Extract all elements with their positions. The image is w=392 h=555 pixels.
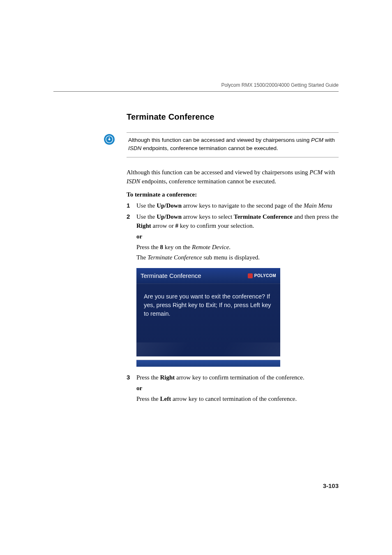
s2-di1: Terminate Conference bbox=[148, 254, 202, 261]
down-arrow-icon bbox=[106, 136, 113, 143]
screenshot-body-text: Are you sure you want to exit the confer… bbox=[144, 293, 271, 317]
screenshot-titlebar: Terminate Conference POLYCOM bbox=[136, 268, 280, 283]
s2-c2: key on the bbox=[163, 244, 192, 250]
intro-part-1: Although this function can be accessed a… bbox=[127, 169, 309, 176]
s2-t4: arrow or bbox=[151, 222, 175, 229]
step-body-2: Use the Up/Down arrow keys to select Ter… bbox=[136, 213, 339, 263]
s2-d2: sub menu is displayed. bbox=[202, 254, 260, 261]
note-icon bbox=[104, 134, 115, 145]
s2-b1: Up/Down bbox=[157, 213, 182, 220]
note-part-3: endpoints, conference termination cannot… bbox=[141, 145, 278, 151]
screenshot-title: Terminate Conference bbox=[141, 272, 201, 279]
s2-line3: The Terminate Conference sub menu is dis… bbox=[136, 253, 339, 262]
s2-d1: The bbox=[136, 254, 148, 261]
s3-t1: Press the bbox=[136, 374, 160, 381]
s1-i1: Main Menu bbox=[304, 202, 332, 209]
screenshot-body: Are you sure you want to exit the confer… bbox=[136, 283, 280, 356]
header-rule bbox=[53, 91, 339, 92]
screenshot-divider bbox=[136, 356, 280, 360]
step-body-1: Use the Up/Down arrow keys to navigate t… bbox=[136, 201, 332, 210]
s2-c1: Press the bbox=[136, 244, 160, 250]
procedure-title: To terminate a conference: bbox=[127, 191, 339, 198]
s3-c1: Press the bbox=[136, 395, 160, 402]
s2-line2: Press the 8 key on the Remote Device. bbox=[136, 243, 339, 252]
intro-em-pcm: PCM bbox=[309, 169, 323, 176]
content-column: Terminate Conference Although this funct… bbox=[127, 112, 339, 404]
s2-c3: . bbox=[229, 244, 231, 250]
step-body-3: Press the Right arrow key to confirm ter… bbox=[136, 373, 304, 404]
note-part-2: with bbox=[323, 137, 335, 143]
s3-c2: arrow key to cancel termination of the c… bbox=[171, 395, 297, 402]
s2-t1: Use the bbox=[136, 213, 157, 220]
document-page: Polycom RMX 1500/2000/4000 Getting Start… bbox=[0, 0, 392, 489]
note-em-pcm: PCM bbox=[311, 137, 323, 143]
s2-cb1: 8 bbox=[160, 244, 164, 250]
s2-ci1: Remote Device bbox=[192, 244, 229, 250]
section-title: Terminate Conference bbox=[127, 112, 339, 122]
s3-cb1: Left bbox=[160, 395, 171, 402]
polycom-logo-icon bbox=[248, 273, 253, 278]
intro-part-3: endpoints, conference termination cannot… bbox=[140, 178, 276, 185]
s1-t1: Use the bbox=[136, 202, 157, 209]
screenshot-brand: POLYCOM bbox=[248, 273, 276, 278]
submenu-screenshot: Terminate Conference POLYCOM Are you sur… bbox=[136, 268, 280, 367]
step-2: 2 Use the Up/Down arrow keys to select T… bbox=[127, 213, 339, 263]
s2-or: or bbox=[136, 232, 339, 241]
note-text: Although this function can be accessed a… bbox=[127, 132, 339, 157]
s3-line2: Press the Left arrow key to cancel termi… bbox=[136, 395, 304, 404]
page-number: 3-103 bbox=[53, 482, 339, 489]
screenshot-footer bbox=[136, 360, 280, 367]
step-number-3: 3 bbox=[127, 373, 136, 381]
note-part-1: Although this function can be accessed a… bbox=[128, 137, 311, 143]
s3-or: or bbox=[136, 384, 304, 393]
step-3: 3 Press the Right arrow key to confirm t… bbox=[127, 373, 339, 404]
s1-t2: arrow keys to navigate to the second pag… bbox=[182, 202, 304, 209]
intro-paragraph: Although this function can be accessed a… bbox=[127, 168, 339, 186]
note-block: Although this function can be accessed a… bbox=[104, 132, 339, 157]
screenshot-brand-text: POLYCOM bbox=[254, 273, 276, 278]
intro-part-2: with bbox=[323, 169, 335, 176]
s3-b1: Right bbox=[160, 374, 175, 381]
s2-t5: key to confirm your selection. bbox=[178, 222, 254, 229]
svg-rect-2 bbox=[109, 137, 110, 139]
s3-t2: arrow key to confirm termination of the … bbox=[175, 374, 304, 381]
page-header: Polycom RMX 1500/2000/4000 Getting Start… bbox=[53, 82, 339, 91]
step-number-1: 1 bbox=[127, 201, 136, 209]
s2-b4: # bbox=[175, 222, 179, 229]
s2-t3: and then press the bbox=[293, 213, 339, 220]
step-number-2: 2 bbox=[127, 213, 136, 220]
s2-b2: Terminate Conference bbox=[234, 213, 293, 220]
s1-b1: Up/Down bbox=[157, 202, 182, 209]
step-1: 1 Use the Up/Down arrow keys to navigate… bbox=[127, 201, 339, 210]
intro-em-isdn: ISDN bbox=[127, 178, 140, 185]
s2-t2: arrow keys to select bbox=[182, 213, 234, 220]
s2-b3: Right bbox=[136, 222, 151, 229]
note-em-isdn: ISDN bbox=[128, 145, 141, 151]
